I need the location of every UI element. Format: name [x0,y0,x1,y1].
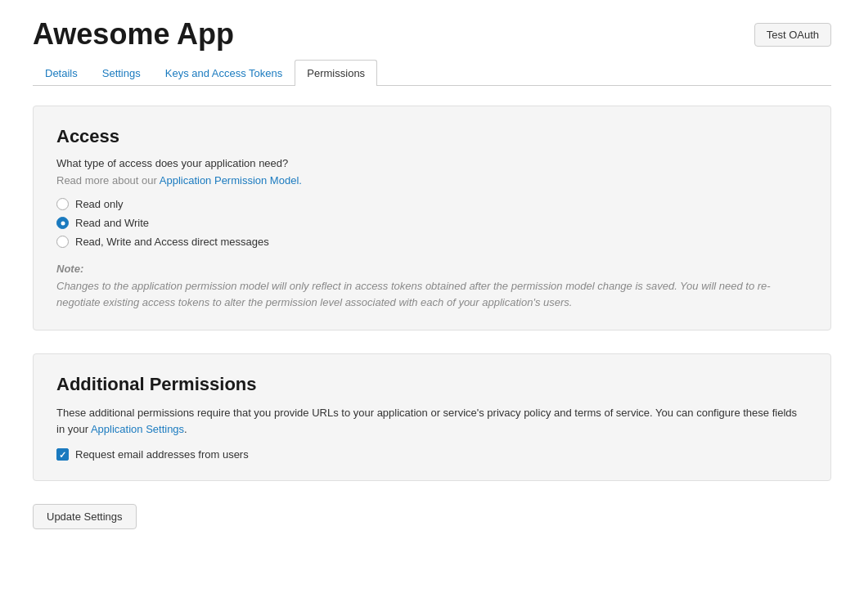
read-more-text: Read more about our Application Permissi… [56,174,808,187]
test-oauth-button[interactable]: Test OAuth [754,23,831,47]
tab-permissions[interactable]: Permissions [295,60,377,86]
tab-settings[interactable]: Settings [90,60,153,86]
page-container: Awesome App Test OAuth Details Settings … [0,0,864,546]
radio-read-write[interactable]: Read and Write [56,217,808,229]
note-section: Note: Changes to the application permiss… [56,263,808,310]
application-settings-link[interactable]: Application Settings [91,423,184,435]
tab-keys-and-access-tokens[interactable]: Keys and Access Tokens [153,60,295,86]
radio-read-write-input[interactable] [56,217,69,229]
tab-details[interactable]: Details [33,60,90,86]
read-more-prefix: Read more about our [56,174,160,187]
tabs-bar: Details Settings Keys and Access Tokens … [33,60,831,86]
request-email-checkbox-label[interactable]: Request email addresses from users [56,448,808,461]
radio-read-write-dm[interactable]: Read, Write and Access direct messages [56,236,808,248]
radio-read-write-dm-label: Read, Write and Access direct messages [75,236,269,248]
note-label: Note: [56,263,808,275]
additional-permissions-section: Additional Permissions These additional … [33,353,831,481]
access-description: What type of access does your applicatio… [56,157,808,169]
radio-read-write-label: Read and Write [75,217,149,229]
app-title: Awesome App [33,16,234,52]
application-permission-model-link[interactable]: Application Permission Model. [160,174,302,187]
radio-read-only-input[interactable] [56,198,69,210]
note-text: Changes to the application permission mo… [56,278,808,310]
update-settings-button[interactable]: Update Settings [33,504,137,529]
access-radio-group: Read only Read and Write Read, Write and… [56,198,808,248]
additional-permissions-title: Additional Permissions [56,374,808,395]
access-section: Access What type of access does your app… [33,106,831,330]
request-email-label: Request email addresses from users [75,448,249,461]
request-email-checkbox[interactable] [56,448,69,461]
access-title: Access [56,126,808,147]
additional-desc-after-link: . [184,423,187,435]
radio-read-only[interactable]: Read only [56,198,808,210]
radio-read-write-dm-input[interactable] [56,236,69,248]
header-row: Awesome App Test OAuth [33,16,831,52]
radio-read-only-label: Read only [75,198,124,210]
additional-permissions-description: These additional permissions require tha… [56,405,808,437]
footer: Update Settings [33,504,831,529]
